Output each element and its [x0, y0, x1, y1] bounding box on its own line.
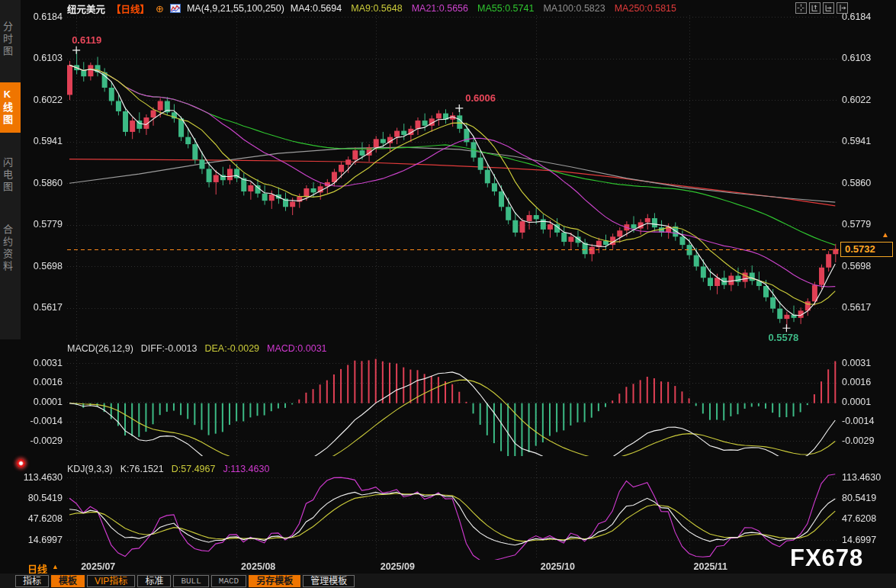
chart-header: 纽元美元 【日线】 ⊕ MA(4,9,21,55,100,250) MA4:0.… [67, 2, 676, 15]
kdj-d-value: D:57.4967 [172, 464, 216, 474]
tab-vip[interactable]: VIP指标 [87, 575, 135, 587]
month-label: 2025/08 [241, 561, 275, 572]
kdj-title: KDJ(9,3,3) [67, 464, 113, 474]
axis-tick-label: 0.5617 [18, 302, 63, 313]
axis-tick-label: 0.5860 [842, 178, 871, 189]
axis-tick-label: 0.5860 [18, 178, 63, 189]
ma-value-label: MA4:0.5694 [291, 3, 342, 14]
axis-tick-label: 0.0001 [842, 397, 871, 408]
ma-value-label: MA250:0.5815 [615, 3, 676, 14]
axis-tick-label: 14.6997 [18, 535, 63, 546]
price-up-arrow-icon: ▲ [882, 231, 889, 239]
axis-tick-label: 80.5419 [18, 493, 63, 504]
axis-tick-label: -0.0014 [18, 416, 63, 427]
fit-right-icon[interactable] [823, 2, 834, 14]
month-label: 2025/07 [81, 561, 115, 572]
axis-tick-label: 0.5617 [842, 302, 871, 313]
axis-tick-label: 80.5419 [842, 493, 876, 504]
axis-tick-label: 0.6184 [18, 11, 63, 23]
ma-value-label: MA21:0.5656 [412, 3, 468, 14]
tab-plain[interactable]: 标准 [137, 575, 171, 587]
tab-dim[interactable]: MACD [211, 575, 246, 587]
month-label: 2025/11 [694, 561, 728, 572]
kdj-k-value: K:76.1521 [120, 464, 164, 474]
kdj-panel-header: KDJ(9,3,3) K:76.1521 D:57.4967 J:113.463… [67, 464, 269, 474]
axis-tick-label: 0.6103 [18, 53, 63, 64]
x-axis: 日线 ▲ 2025/072025/082025/092025/102025/11 [0, 561, 896, 574]
axis-tick-label: 0.5698 [842, 261, 871, 272]
price-annotation-low: 0.5578 [768, 332, 798, 343]
sidebar-item-active[interactable]: K线图 [0, 82, 21, 133]
chart-toolbar [795, 2, 848, 14]
axis-tick-label: 113.4630 [18, 472, 63, 484]
axis-tick-label: 47.6208 [18, 513, 63, 525]
ma-value-label: MA9:0.5648 [351, 3, 402, 14]
kdj-j-value: J:113.4630 [223, 464, 269, 474]
timeframe-arrow-icon[interactable]: ▲ [52, 563, 59, 570]
axis-tick-label: 0.6103 [842, 53, 871, 64]
shift-right-icon[interactable] [837, 2, 848, 14]
price-annotation-mid-high: 0.6006 [465, 92, 496, 104]
chart-type-icon[interactable] [170, 4, 181, 13]
axis-tick-label: 0.5698 [18, 261, 63, 272]
tab-active[interactable]: 另存模板 [249, 575, 300, 587]
axis-tick-label: 0.6022 [842, 95, 871, 106]
current-price-tag[interactable]: 0.5732 [840, 242, 893, 257]
price-annotation-high: 0.6119 [72, 34, 101, 46]
tab-dim[interactable]: BULL [173, 575, 208, 587]
axis-tick-label: -0.0029 [842, 435, 874, 447]
ma-values: MA4:0.5694MA9:0.5648MA21:0.5656MA55:0.57… [291, 3, 676, 14]
axis-tick-label: 0.6022 [18, 95, 63, 106]
add-indicator-icon[interactable]: ⊕ [156, 3, 164, 14]
axis-tick-label: 0.0031 [18, 358, 63, 369]
axis-tick-label: 0.0016 [842, 377, 871, 388]
crosshair-icon[interactable] [795, 2, 807, 14]
tab-plain[interactable]: 指标 [15, 575, 49, 587]
left-sidebar: 分时图K线图闪电图合约资料 [0, 0, 21, 339]
axis-tick-label: 0.0031 [842, 358, 871, 369]
period-badge: 【日线】 [111, 2, 149, 16]
ma-value-label: MA100:0.5823 [543, 3, 605, 14]
ma-config-label: MA(4,9,21,55,100,250) [187, 3, 284, 14]
sidebar-item-chart-mode[interactable]: 合约资料 [0, 218, 21, 279]
ma-value-label: MA55:0.5741 [477, 3, 534, 14]
axis-tick-label: 0.0016 [18, 377, 63, 388]
macd-panel-header: MACD(26,12,9) DIFF:-0.0013 DEA:-0.0029 M… [67, 343, 327, 354]
macd-dea-value: DEA:-0.0029 [204, 343, 259, 354]
candlestick-chart-canvas[interactable] [0, 0, 896, 574]
live-indicator-icon [17, 459, 25, 468]
fit-up-left-icon[interactable] [809, 2, 821, 14]
tab-plain[interactable]: 管理模板 [303, 575, 355, 587]
trading-terminal: 分时图K线图闪电图合约资料 纽元美元 【日线】 ⊕ MA(4,9,21,55,1… [0, 0, 896, 588]
symbol-name: 纽元美元 [67, 2, 105, 16]
macd-diff-value: DIFF:-0.0013 [141, 343, 198, 354]
axis-tick-label: 0.5941 [18, 136, 63, 147]
axis-tick-label: 0.5779 [18, 219, 63, 230]
sidebar-item-chart-mode[interactable]: 闪电图 [0, 151, 21, 200]
axis-tick-label: 0.5941 [842, 136, 871, 147]
month-label: 2025/10 [541, 561, 575, 572]
fx678-watermark: FX678 [790, 545, 863, 572]
macd-macd-value: MACD:0.0031 [267, 343, 327, 354]
axis-tick-label: 0.5779 [842, 219, 871, 230]
axis-tick-label: 113.4630 [842, 472, 881, 484]
axis-tick-label: 47.6208 [842, 513, 876, 525]
tab-active[interactable]: 模板 [51, 575, 85, 587]
axis-tick-label: -0.0014 [842, 416, 874, 427]
month-label: 2025/09 [381, 561, 415, 572]
macd-title: MACD(26,12,9) [67, 343, 133, 354]
sidebar-item-chart-mode[interactable]: 分时图 [0, 15, 21, 64]
axis-tick-label: -0.0029 [18, 435, 63, 447]
bottom-tab-bar: 指标模板VIP指标标准BULLMACD另存模板管理模板 [0, 574, 896, 588]
axis-tick-label: 0.0001 [18, 397, 63, 408]
